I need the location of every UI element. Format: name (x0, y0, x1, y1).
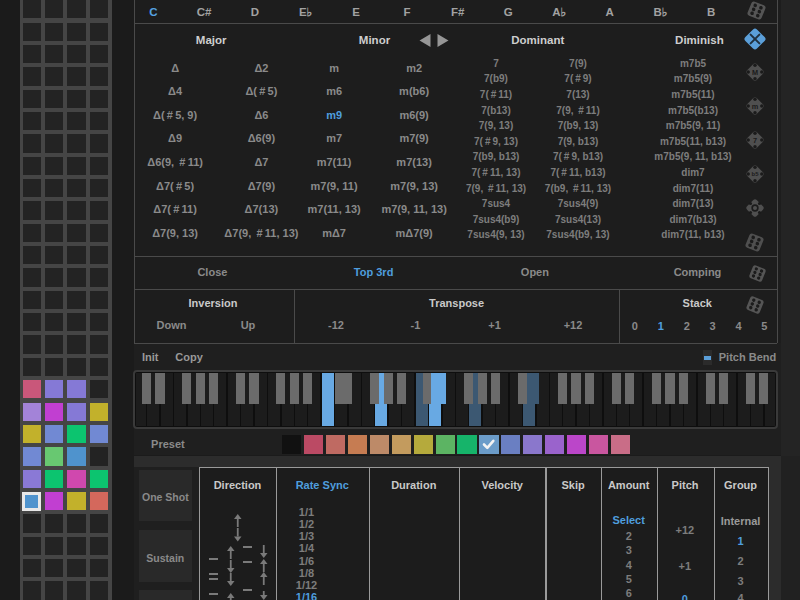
svg-text:m: m (751, 102, 758, 111)
svg-text:b5: b5 (751, 171, 759, 177)
svg-text:M: M (752, 68, 758, 77)
svg-text:7: 7 (753, 136, 757, 145)
